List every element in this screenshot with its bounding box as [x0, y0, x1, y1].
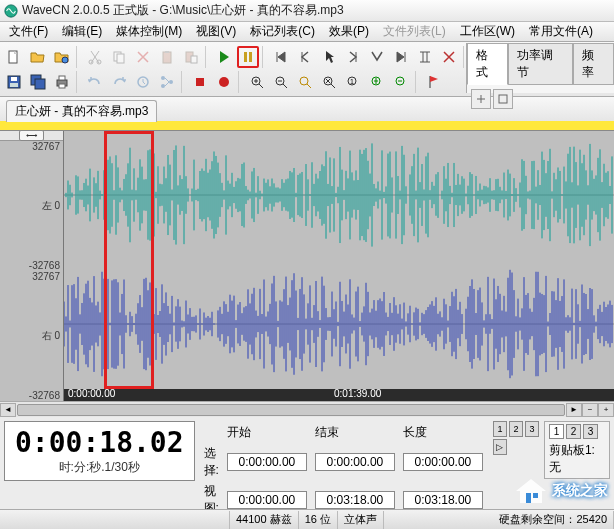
record-button[interactable]: [213, 71, 235, 93]
new-file-button[interactable]: [3, 46, 25, 68]
skip-start-button[interactable]: [270, 46, 292, 68]
tree-button[interactable]: [156, 71, 178, 93]
timeaxis-start: 0:00:00.00: [68, 388, 115, 399]
zoom-in-button[interactable]: [246, 71, 268, 93]
cut-button[interactable]: [84, 46, 106, 68]
zoom-out-button[interactable]: [270, 71, 292, 93]
range-btn-2[interactable]: 2: [509, 421, 523, 437]
paste-button[interactable]: [156, 46, 178, 68]
clip-tab-1[interactable]: 1: [549, 424, 564, 439]
house-icon: [514, 477, 548, 505]
scroll-right-button[interactable]: ►: [566, 403, 582, 417]
range-table: 开始 结束 长度 选择: 视图:: [199, 421, 488, 520]
sel-len-input[interactable]: [403, 453, 483, 471]
svg-point-4: [97, 60, 101, 64]
history-button[interactable]: [132, 71, 154, 93]
gutter-toggle[interactable]: ⟷: [19, 130, 44, 141]
status-disk: 硬盘剩余空间：25420: [384, 511, 614, 529]
hdr-end: 结束: [312, 423, 398, 442]
print-button[interactable]: [51, 71, 73, 93]
redo-button[interactable]: [108, 71, 130, 93]
skip-end-button[interactable]: [390, 46, 412, 68]
zoom-fit-button[interactable]: [318, 71, 340, 93]
menu-filelist[interactable]: 文件列表(L): [376, 23, 453, 40]
scroll-plus-button[interactable]: +: [598, 403, 614, 417]
waveform-area: ⟷ 32767 左 0 -32768 32767 右 0 -32768 0:00…: [0, 131, 614, 401]
rpanel-tab-freq[interactable]: 频率: [573, 43, 614, 85]
menu-view[interactable]: 视图(V): [189, 23, 243, 40]
waveform-gutter: ⟷ 32767 左 0 -32768 32767 右 0 -32768: [0, 131, 64, 401]
sel-end-input[interactable]: [315, 453, 395, 471]
mark-clear-button[interactable]: [438, 46, 460, 68]
cut-alt-button[interactable]: [132, 46, 154, 68]
undo-button[interactable]: [84, 71, 106, 93]
zoom-v-in-button[interactable]: [366, 71, 388, 93]
save-button[interactable]: [3, 71, 25, 93]
svg-rect-27: [196, 78, 204, 86]
scroll-thumb[interactable]: [17, 404, 565, 416]
amp-max-L: 32767: [32, 141, 60, 152]
rpanel-tab-format[interactable]: 格式: [467, 43, 508, 85]
prev-mark-button[interactable]: [294, 46, 316, 68]
scroll-left-button[interactable]: ◄: [0, 403, 16, 417]
mark-toggle-button[interactable]: [414, 46, 436, 68]
status-bar: 44100 赫兹 16 位 立体声 硬盘剩余空间：25420: [0, 509, 614, 529]
menu-file[interactable]: 文件(F): [2, 23, 55, 40]
open-folder-button[interactable]: [51, 46, 73, 68]
save-all-button[interactable]: [27, 71, 49, 93]
menu-edit[interactable]: 编辑(E): [55, 23, 109, 40]
view-len-input[interactable]: [403, 491, 483, 509]
svg-rect-8: [165, 51, 169, 53]
timeaxis-mid: 0:01:39.00: [334, 388, 381, 399]
stop-button[interactable]: [189, 71, 211, 93]
menu-effects[interactable]: 效果(P): [322, 23, 376, 40]
svg-point-24: [161, 76, 165, 80]
zoom-sel-button[interactable]: [294, 71, 316, 93]
amp-min-R: -32768: [29, 390, 60, 401]
svg-point-28: [219, 77, 229, 87]
sel-tool-button[interactable]: [366, 46, 388, 68]
flag-button[interactable]: [423, 71, 445, 93]
cursor-button[interactable]: [318, 46, 340, 68]
watermark-text: 系统之家: [552, 482, 608, 500]
rpanel-ctl2-button[interactable]: [493, 89, 513, 109]
svg-point-25: [161, 84, 165, 88]
range-btn-1[interactable]: 1: [493, 421, 507, 437]
pause-button[interactable]: [237, 46, 259, 68]
time-label: 时:分:秒.1/30秒: [15, 459, 184, 476]
open-file-button[interactable]: [27, 46, 49, 68]
play-range-button[interactable]: ▷: [493, 439, 507, 455]
sel-start-input[interactable]: [227, 453, 307, 471]
svg-rect-11: [244, 52, 247, 62]
menu-marks[interactable]: 标记列表(C): [243, 23, 322, 40]
play-button[interactable]: [213, 46, 235, 68]
svg-rect-22: [59, 84, 65, 88]
clip-tab-2[interactable]: 2: [566, 424, 581, 439]
range-btn-3[interactable]: 3: [525, 421, 539, 437]
svg-rect-10: [191, 56, 197, 63]
svg-rect-37: [499, 95, 507, 103]
zoom-1-button[interactable]: 1: [342, 71, 364, 93]
clip-tab-3[interactable]: 3: [583, 424, 598, 439]
next-mark-button[interactable]: [342, 46, 364, 68]
scroll-minus-button[interactable]: −: [582, 403, 598, 417]
menu-workspace[interactable]: 工作区(W): [453, 23, 522, 40]
svg-rect-41: [526, 493, 531, 503]
rpanel-ctl-button[interactable]: [471, 89, 491, 109]
copy-button[interactable]: [108, 46, 130, 68]
menu-media[interactable]: 媒体控制(M): [109, 23, 189, 40]
file-tab[interactable]: 庄心妍 - 真的不容易.mp3: [6, 100, 157, 122]
zoom-v-out-button[interactable]: [390, 71, 412, 93]
rpanel-tab-power[interactable]: 功率调节: [508, 43, 573, 85]
hdr-start: 开始: [224, 423, 310, 442]
h-scrollbar[interactable]: ◄ ► − +: [0, 401, 614, 417]
svg-rect-6: [117, 54, 124, 63]
clipboard-title: 剪贴板1: 无: [549, 442, 605, 476]
ruler-bar[interactable]: [0, 121, 614, 131]
paste-new-button[interactable]: [180, 46, 202, 68]
view-start-input[interactable]: [227, 491, 307, 509]
menu-recents[interactable]: 常用文件(A): [522, 23, 600, 40]
view-end-input[interactable]: [315, 491, 395, 509]
amp-min-L: -32768: [29, 260, 60, 271]
waveform-canvas[interactable]: 0:00:00.00 0:01:39.00: [64, 131, 614, 401]
